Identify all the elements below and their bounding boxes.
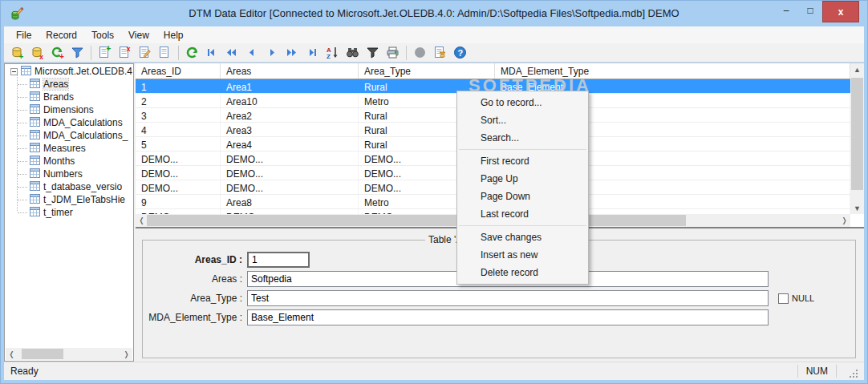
record-new-button[interactable]: + [95, 44, 115, 62]
tree-item-mda_calculations[interactable]: MDA_Calculations [6, 116, 132, 129]
tree-item-brands[interactable]: Brands [6, 91, 132, 103]
grid-cell[interactable]: Area8 [221, 195, 359, 208]
grid-cell[interactable]: DEMO... [136, 166, 221, 180]
tree-item-measures[interactable]: Measures [6, 142, 132, 155]
filter-button[interactable] [363, 44, 383, 62]
table-icon [30, 104, 43, 116]
filter-icon [366, 46, 379, 59]
column-header-areas[interactable]: Areas [221, 63, 359, 79]
print-button[interactable] [383, 44, 403, 62]
page-backward-button[interactable] [222, 44, 242, 62]
grid-cell[interactable]: 3 [136, 108, 221, 122]
db-open-icon: + [10, 46, 24, 59]
context-menu-item-save-changes[interactable]: Save changes [457, 228, 588, 246]
menu-record[interactable]: Record [39, 27, 84, 43]
scroll-left-icon[interactable]: ❬ [6, 348, 18, 360]
grid-cell[interactable]: 9 [136, 195, 221, 208]
app-window: DTM Data Editor [Connected to Microsoft.… [0, 0, 868, 384]
help-button[interactable]: ? [450, 44, 470, 62]
tree-item-t_timer[interactable]: t_timer [6, 206, 132, 219]
first-record-button[interactable] [202, 44, 222, 62]
tree-scroll-thumb[interactable] [22, 349, 63, 359]
tree-item-dimensions[interactable]: Dimensions [6, 103, 132, 116]
field-input-mda_element_type[interactable] [247, 309, 769, 325]
scroll-left-icon[interactable]: ❬ [136, 215, 148, 227]
tree-item-t_database_versio[interactable]: t_database_versio [6, 180, 132, 193]
toolbar-separator [91, 46, 91, 60]
resize-grip-icon[interactable] [848, 368, 859, 379]
grid-cell[interactable]: DEMO... [221, 180, 359, 194]
scroll-down-icon[interactable]: ▼ [850, 202, 864, 214]
filter-blue-button[interactable] [67, 44, 87, 62]
tree-item-numbers[interactable]: Numbers [6, 168, 132, 180]
context-menu-item-go-to-record[interactable]: Go to record... [457, 94, 588, 111]
context-menu-item-last-record[interactable]: Last record [457, 205, 588, 223]
context-menu-item-insert-as-new[interactable]: Insert as new [457, 246, 588, 264]
menu-help[interactable]: Help [156, 27, 191, 43]
scroll-right-icon[interactable]: ❭ [120, 348, 132, 360]
field-input-area_type[interactable] [247, 290, 769, 306]
grid-cell[interactable]: 2 [136, 94, 221, 107]
db-open-button[interactable]: + [7, 44, 27, 62]
maximize-button[interactable]: □ [798, 1, 822, 20]
grid-cell[interactable]: 1 [136, 79, 221, 93]
scroll-up-icon[interactable]: ▲ [850, 63, 864, 75]
menu-file[interactable]: File [9, 27, 39, 43]
tree-horizontal-scrollbar[interactable]: ❬ ❭ [6, 348, 132, 360]
field-input-areas_id[interactable] [247, 252, 310, 268]
grid-cell[interactable]: DEMO... [136, 152, 221, 165]
menu-view[interactable]: View [121, 27, 156, 43]
tree-item-months[interactable]: Months [6, 155, 132, 168]
menu-tools[interactable]: Tools [84, 27, 121, 43]
last-record-button[interactable] [302, 44, 322, 62]
blank-doc-button[interactable] [155, 44, 175, 62]
grid-vertical-scrollbar[interactable]: ▲ ▼ [850, 63, 864, 214]
null-checkbox[interactable] [778, 293, 789, 304]
record-delete-button[interactable]: x [115, 44, 135, 62]
field-label: MDA_Element_Type : [143, 312, 247, 323]
scroll-right-icon[interactable]: ❭ [838, 215, 850, 227]
grid-cell[interactable]: 5 [136, 137, 221, 151]
grid-cell[interactable]: Area4 [221, 137, 359, 151]
grid-cell[interactable]: 4 [136, 123, 221, 136]
form-row: Areas_ID : [143, 252, 310, 268]
context-menu-item-page-down[interactable]: Page Down [457, 188, 588, 205]
refresh-button[interactable] [182, 44, 202, 62]
record-edit-button[interactable] [135, 44, 155, 62]
previous-record-button[interactable] [242, 44, 262, 62]
column-header-mda_element_type[interactable]: MDA_Element_Type [495, 63, 850, 79]
column-header-areas_id[interactable]: Areas_ID [136, 63, 221, 79]
grid-cell[interactable]: Area1 [221, 79, 359, 93]
context-menu-item-page-up[interactable]: Page Up [457, 170, 588, 188]
next-record-button[interactable] [262, 44, 282, 62]
grid-cell[interactable]: DEMO... [221, 152, 359, 165]
grid-vscroll-thumb[interactable] [851, 78, 863, 190]
tree-item-mda_calculations_[interactable]: MDA_Calculations_ [6, 129, 132, 142]
collapse-icon[interactable] [10, 68, 18, 75]
minimize-button[interactable]: – [774, 1, 798, 20]
page-forward-button[interactable] [282, 44, 302, 62]
grid-cell[interactable]: Area2 [221, 108, 359, 122]
tree-root-connection[interactable]: Microsoft.Jet.OLEDB.4 [6, 65, 132, 78]
column-header-area_type[interactable]: Area_Type [359, 63, 495, 79]
grid-cell[interactable]: Area10 [221, 94, 359, 107]
db-close-button[interactable]: x [27, 44, 47, 62]
db-refresh-button[interactable]: + [47, 44, 67, 62]
close-button[interactable]: x [822, 1, 859, 22]
context-menu-item-search[interactable]: Search... [457, 129, 588, 147]
grid-cell[interactable]: Area3 [221, 123, 359, 136]
context-menu-item-delete-record[interactable]: Delete record [457, 264, 588, 281]
grid-cell[interactable]: DEMO... [221, 166, 359, 180]
grid-hscroll-thumb[interactable] [147, 215, 686, 226]
grid-cell[interactable]: DEMO... [136, 180, 221, 194]
tree-item-t_jdm_eletabshie[interactable]: t_JDM_EleTabsHie [6, 193, 132, 206]
context-menu-item-sort[interactable]: Sort... [457, 111, 588, 129]
find-button[interactable] [343, 44, 363, 62]
table-icon [30, 130, 43, 142]
tree-item-areas[interactable]: Areas [6, 78, 132, 91]
help-icon: ? [453, 46, 467, 59]
context-menu-item-first-record[interactable]: First record [457, 152, 588, 170]
properties-button[interactable] [430, 44, 450, 62]
sort-az-button[interactable]: AZ [322, 44, 343, 62]
stop-button[interactable] [410, 44, 430, 62]
